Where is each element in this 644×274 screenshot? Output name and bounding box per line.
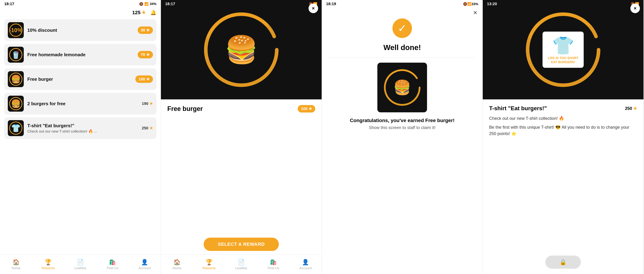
lock-button[interactable]: 🔒	[545, 256, 581, 269]
account-icon-2: 👤	[302, 259, 309, 266]
detail-section-4: T-shirt "Eat burgers!" 250 ★ Check out o…	[483, 100, 644, 274]
reward-thumb-3: 🍔	[8, 71, 24, 87]
star-icon-detail-4: ★	[633, 106, 637, 111]
time-3: 18:19	[326, 2, 336, 6]
nav-leaflets-label-2: Leaflets	[236, 266, 247, 270]
reward-desc-5: Check out our new T-shirt collection! 🔥 …	[27, 129, 138, 134]
lock-icon: 🔒	[560, 259, 567, 266]
time-4: 13:20	[487, 2, 497, 6]
star-icon-1: ★	[146, 28, 150, 32]
reward-circle-4: 🍔	[9, 97, 22, 110]
reward-info-4: 2 burgers for free	[27, 101, 138, 106]
rewards-list: -10% 10% discount 30 ★ 🥤 Free homemade l…	[0, 16, 161, 254]
desc-text-2: Be the first with this unique T-shirt! 😎…	[489, 124, 637, 137]
time-2: 18:17	[165, 2, 175, 6]
burger-emoji-2: 🍔	[225, 34, 258, 65]
earned-thumb: 🍔	[377, 63, 427, 112]
detail-header-2: Free burger 100 ★	[167, 105, 315, 112]
reward-item-5[interactable]: 👕 T-shirt "Eat burgers!" Check out our n…	[4, 117, 156, 139]
star-icon-detail-2: ★	[308, 106, 312, 111]
screen-rewards-list: 18:17 🔕 📶 34% 125 ★ 🔔 -10% 10% discount	[0, 0, 161, 274]
screen-tshirt-detail: 13:20 🔕📶 × 👕 LIFE IS TOO SHORTEAT BURGER…	[483, 0, 644, 274]
bottom-nav-2: 🏠 Home 🏆 Rewards 📄 Leaflets 🛍️ Find Us 👤…	[161, 254, 322, 274]
nav-leaflets-2[interactable]: 📄 Leaflets	[225, 255, 257, 274]
star-icon-4: ★	[150, 101, 153, 106]
status-bar-3: 18:19 🔕📶33%	[322, 0, 482, 8]
nav-home[interactable]: 🏠 Home	[0, 255, 32, 274]
nav-findus[interactable]: 🛍️ Find Us	[96, 255, 128, 274]
nav-home-label-2: Home	[172, 266, 182, 270]
congrats-text: Congratulations, you've earned Free burg…	[350, 118, 454, 123]
well-done-content: ✓ Well done! 🍔 Congratulations, you've e…	[322, 8, 482, 274]
tshirt-circle-container: 👕 LIFE IS TOO SHORTEAT BURGERS!	[524, 11, 602, 89]
select-reward-button[interactable]: SELECT A REWARD	[204, 238, 279, 251]
nav-findus-2[interactable]: 🛍️ Find Us	[258, 255, 290, 274]
battery-icon: 🔕	[139, 2, 143, 6]
home-icon: 🏠	[12, 259, 20, 266]
star-icon: ★	[142, 10, 146, 15]
well-done-title: Well done!	[384, 43, 421, 52]
tshirt-text: LIFE IS TOO SHORTEAT BURGERS!	[548, 56, 578, 64]
home-icon-2: 🏠	[174, 259, 180, 266]
nav-rewards-2[interactable]: 🏆 Rewards	[193, 255, 225, 274]
rewards-icon: 🏆	[45, 259, 52, 266]
screen-well-done: 18:19 🔕📶33% × ✓ Well done! 🍔 Congratulat…	[322, 0, 483, 274]
nav-leaflets-label: Leaflets	[74, 266, 86, 270]
points-value: 125	[132, 10, 140, 16]
status-icons-3: 🔕📶33%	[463, 2, 478, 6]
star-icon-5: ★	[150, 126, 153, 130]
battery-icon-3: 🔕📶33%	[463, 2, 478, 6]
nav-account[interactable]: 👤 Account	[128, 255, 161, 274]
nav-home-2[interactable]: 🏠 Home	[161, 255, 193, 274]
close-button-4[interactable]: ×	[630, 4, 640, 13]
reward-info-5: T-shirt "Eat burgers!" Check out our new…	[27, 123, 138, 134]
status-icons-1: 🔕 📶 34%	[139, 2, 156, 6]
account-icon: 👤	[141, 259, 148, 266]
findus-icon: 🛍️	[109, 259, 116, 266]
reward-points-badge-1: 30 ★	[138, 26, 153, 34]
nav-account-label-2: Account	[300, 266, 312, 270]
star-icon-3: ★	[146, 77, 150, 82]
reward-info-1: 10% discount	[27, 28, 134, 33]
bell-icon[interactable]: 🔔	[150, 10, 156, 16]
reward-item-1[interactable]: -10% 10% discount 30 ★	[4, 19, 156, 41]
findus-icon-2: 🛍️	[270, 259, 277, 266]
bottom-nav-1: 🏠 Home 🏆 Rewards 📄 Leaflets 🛍️ Find Us 👤…	[0, 254, 161, 274]
reward-item-3[interactable]: 🍔 Free burger 100 ★	[4, 68, 156, 90]
detail-header-4: T-shirt "Eat burgers!" 250 ★	[489, 105, 637, 112]
nav-rewards[interactable]: 🏆 Rewards	[32, 255, 64, 274]
nav-account-2[interactable]: 👤 Account	[290, 255, 322, 274]
status-bar-2: 18:17 🔕📶	[161, 0, 322, 8]
leaflets-icon: 📄	[77, 259, 84, 266]
tshirt-emoji: 👕	[552, 35, 574, 56]
screen-burger-detail: 18:17 🔕📶 × 🍔 Free burger 100 ★ SELECT A …	[161, 0, 322, 274]
desc-text-1: Check out our new T-shirt collection! 🔥	[489, 115, 637, 122]
nav-leaflets[interactable]: 📄 Leaflets	[64, 255, 96, 274]
nav-rewards-label: Rewards	[42, 266, 55, 270]
reward-points-badge-4: 190 ★	[142, 101, 153, 106]
reward-hero-4: 13:20 🔕📶 × 👕 LIFE IS TOO SHORTEAT BURGER…	[483, 0, 644, 100]
show-screen-text: Show this screen to staff to claim it!	[369, 125, 436, 130]
earned-circle: 🍔	[383, 68, 422, 107]
signal-icon: 📶	[144, 2, 149, 6]
rewards-icon-2: 🏆	[206, 259, 213, 266]
close-button-3[interactable]: ×	[473, 9, 477, 16]
reward-info-2: Free homemade lemonade	[27, 52, 134, 58]
reward-thumb-5: 👕	[8, 120, 24, 136]
top-bar: 125 ★ 🔔	[0, 8, 161, 16]
status-bar-4: 13:20 🔕📶	[483, 0, 644, 8]
reward-points-badge-2: 70 ★	[138, 51, 153, 58]
reward-item-4[interactable]: 🍔 2 burgers for free 190 ★	[4, 93, 156, 114]
reward-thumb-1: -10%	[8, 22, 24, 38]
check-circle: ✓	[392, 18, 412, 38]
reward-item-2[interactable]: 🥤 Free homemade lemonade 70 ★	[4, 44, 156, 66]
burger-circle-container: 🍔	[202, 11, 280, 89]
points-badge: 125 ★	[132, 10, 146, 16]
detail-title-2: Free burger	[167, 105, 203, 112]
reward-circle-1: -10%	[9, 24, 22, 37]
tshirt-card: 👕 LIFE IS TOO SHORTEAT BURGERS!	[542, 32, 584, 68]
close-button-2[interactable]: ×	[308, 4, 318, 13]
reward-points-badge-5: 250 ★	[142, 126, 153, 130]
nav-findus-label-2: Find Us	[268, 266, 279, 270]
reward-circle-5: 👕	[9, 122, 22, 135]
